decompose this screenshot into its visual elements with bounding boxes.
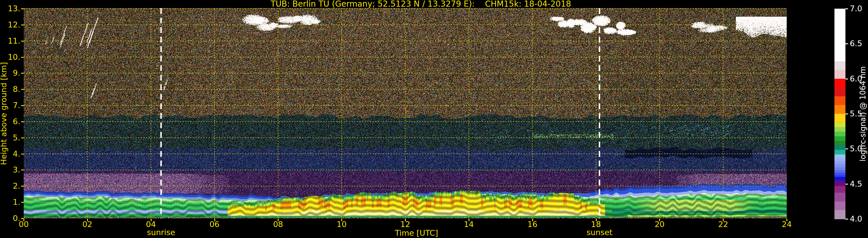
x-tick-label: 12 [400,220,410,229]
y-tick-label: 12. [0,21,20,29]
y-tick-mark [21,57,24,58]
x-tick-label: 16 [527,220,537,229]
x-tick-mark [24,219,24,221]
y-tick-mark [21,186,24,186]
x-tick-label: 06 [209,220,219,229]
y-tick-mark [21,41,24,42]
x-axis-label: Time [UTC] [395,229,438,237]
y-tick-label: 6. [0,117,20,126]
y-tick-label: 0. [0,214,20,223]
colorbar-tick-mark [845,78,848,79]
x-tick-mark [596,219,597,221]
x-tick-label: 10 [337,220,346,229]
x-tick-label: 20 [655,220,664,229]
y-tick-label: 5. [0,133,20,142]
y-tick-label: 9. [0,69,20,77]
y-tick-mark [21,73,24,74]
y-tick-mark [21,89,24,90]
colorbar-tick-label: 6.5 [850,39,862,48]
x-tick-mark [532,219,533,221]
colorbar-tick-mark [845,219,848,219]
y-tick-label: 3. [0,166,20,174]
x-tick-mark [278,219,279,221]
y-tick-mark [21,154,24,155]
y-tick-mark [21,170,24,170]
y-tick-label: 10. [0,53,20,62]
x-tick-mark [659,219,660,221]
colorbar-canvas [834,9,845,219]
y-tick-mark [21,105,24,106]
x-tick-label: 24 [782,220,792,229]
colorbar-tick-mark [845,113,848,114]
x-tick-label: 02 [83,220,92,229]
colorbar-tick-mark [845,8,848,9]
y-tick-label: 1. [0,198,20,206]
y-tick-label: 8. [0,85,20,94]
figure: TUB: Berlin TU (Germany; 52.5123 N / 13.… [0,0,868,238]
x-tick-mark [151,219,152,221]
colorbar-tick-label: 4.5 [850,180,862,188]
colorbar-tick-label: 7.0 [850,4,862,13]
x-tick-mark [87,219,88,221]
y-tick-label: 4. [0,149,20,158]
colorbar-label: log(rc-signal) @ 1064 nm [859,50,867,177]
x-tick-label: 08 [273,220,283,229]
y-tick-mark [21,25,24,26]
y-tick-mark [21,137,24,138]
y-tick-mark [21,8,24,9]
y-tick-label: 7. [0,101,20,110]
ceilometer-heatmap-canvas [24,8,787,218]
x-tick-label: 00 [19,220,29,229]
y-tick-label: 11. [0,37,20,45]
y-axis-label: Height above ground [km] [0,41,8,186]
x-tick-mark [341,219,342,221]
y-tick-label: 2. [0,182,20,190]
y-tick-mark [21,202,24,203]
x-tick-label: 18 [591,220,601,229]
colorbar-tick-mark [845,184,848,184]
colorbar-tick-label: 4.0 [850,215,862,223]
y-tick-label: 13. [0,4,20,13]
x-tick-mark [214,219,215,221]
x-tick-label: 14 [464,220,474,229]
x-tick-mark [469,219,469,221]
x-tick-mark [786,219,787,221]
colorbar-tick-mark [845,148,848,149]
y-tick-mark [21,121,24,122]
chart-title: TUB: Berlin TU (Germany; 52.5123 N / 13.… [271,0,571,8]
x-tick-label: 22 [718,220,728,229]
sunrise-label: sunrise [147,228,175,237]
colorbar-tick-mark [845,43,848,44]
x-tick-mark [723,219,724,221]
x-tick-label: 04 [146,220,156,229]
x-tick-mark [405,219,406,221]
sunset-label: sunset [587,228,613,237]
